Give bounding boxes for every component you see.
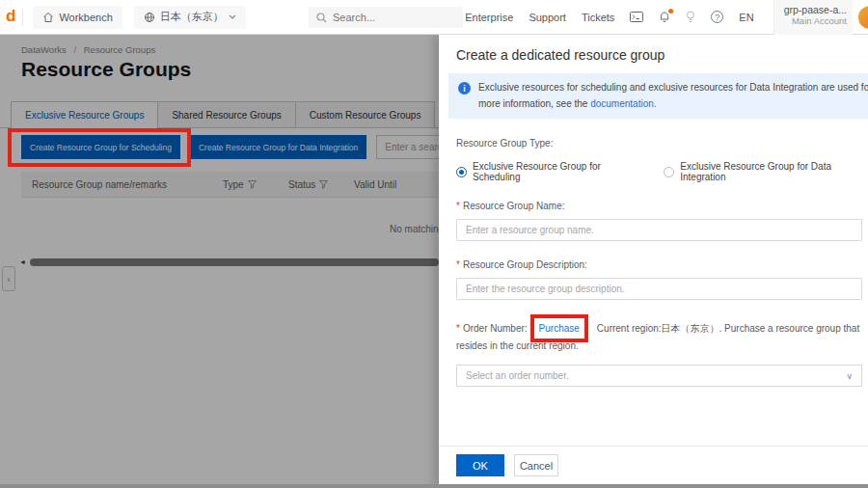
radio-selected-icon[interactable] xyxy=(456,167,467,177)
info-banner-text: Exclusive resources for scheduling and e… xyxy=(478,80,868,112)
topbar-divider xyxy=(22,9,23,26)
resource-group-type-options: Exclusive Resource Group for Scheduling … xyxy=(456,161,868,182)
cancel-button[interactable]: Cancel xyxy=(514,454,558,476)
drawer-title: Create a dedicated resource group xyxy=(456,47,868,63)
resource-group-description-label: *Resource Group Description: xyxy=(456,259,868,270)
notification-dot xyxy=(668,9,673,14)
info-banner-line2-text: more information, see the xyxy=(478,98,590,109)
resource-group-name-label: *Resource Group Name: xyxy=(456,201,868,211)
order-number-label-text: Order Number: xyxy=(463,323,528,334)
lightbulb-icon[interactable] xyxy=(686,11,695,23)
order-number-select-placeholder: Select an order number. xyxy=(466,370,569,381)
window-bottom-edge xyxy=(0,484,868,488)
home-icon xyxy=(42,12,54,23)
globe-icon xyxy=(144,12,155,23)
radio-option-data-integration[interactable]: Exclusive Resource Group for Data Integr… xyxy=(664,161,868,182)
workbench-label: Workbench xyxy=(59,12,112,23)
radio-option-scheduling[interactable]: Exclusive Resource Group for Scheduling xyxy=(456,161,640,182)
topbar: d Workbench 日本（东京） Expenses ICP Enterpri… xyxy=(0,0,868,35)
chevron-down-icon: ∨ xyxy=(846,371,853,381)
info-banner: i Exclusive resources for scheduling and… xyxy=(448,73,868,119)
region-label: 日本（东京） xyxy=(160,10,224,24)
search-icon xyxy=(316,13,327,23)
order-number-field-label: *Order Number:PurchaseCurrent region:日本（… xyxy=(456,320,865,355)
region-selector[interactable]: 日本（东京） xyxy=(134,6,246,29)
info-banner-line2: more information, see the documentation. xyxy=(478,96,868,113)
radio-label-scheduling: Exclusive Resource Group for Scheduling xyxy=(473,161,640,182)
resource-group-name-label-text: Resource Group Name: xyxy=(463,201,565,211)
nav-enterprise[interactable]: Enterprise xyxy=(465,12,513,23)
required-mark: * xyxy=(456,259,460,270)
info-icon: i xyxy=(458,82,471,95)
language-switcher[interactable]: EN xyxy=(739,12,753,23)
radio-label-data-integration: Exclusive Resource Group for Data Integr… xyxy=(680,161,868,182)
ok-button[interactable]: OK xyxy=(456,454,504,476)
nav-support[interactable]: Support xyxy=(529,12,566,23)
required-mark: * xyxy=(456,201,460,211)
resource-group-type-label: Resource Group Type: xyxy=(456,138,868,149)
resource-group-description-input[interactable] xyxy=(456,278,862,300)
alibaba-cloud-logo-fragment[interactable]: d xyxy=(4,7,22,28)
purchase-link[interactable]: Purchase xyxy=(539,323,580,334)
order-number-select[interactable]: Select an order number. ∨ xyxy=(456,365,862,387)
documentation-link[interactable]: documentation. xyxy=(590,98,656,109)
required-mark: * xyxy=(456,323,460,334)
modal-overlay-mask[interactable] xyxy=(0,35,439,488)
radio-unselected-icon[interactable] xyxy=(664,167,674,177)
avatar[interactable] xyxy=(858,6,868,29)
account-name: grp-paase-a... xyxy=(784,4,847,15)
chevron-down-icon xyxy=(229,14,236,19)
nav-tickets[interactable]: Tickets xyxy=(582,12,614,23)
global-search-input[interactable] xyxy=(333,12,455,23)
drawer-footer: OK Cancel xyxy=(439,446,868,484)
create-resource-group-drawer: Create a dedicated resource group i Excl… xyxy=(439,35,868,488)
account-type: Main Account xyxy=(784,15,847,26)
account-menu[interactable]: grp-paase-a... Main Account xyxy=(773,0,853,35)
resource-group-name-field: *Resource Group Name: xyxy=(456,201,868,241)
resource-group-name-input[interactable] xyxy=(456,219,862,241)
resource-group-description-field: *Resource Group Description: xyxy=(456,259,868,300)
workbench-button[interactable]: Workbench xyxy=(33,6,122,29)
global-search[interactable] xyxy=(309,7,463,28)
resource-group-description-label-text: Resource Group Description: xyxy=(463,259,587,270)
info-banner-line1: Exclusive resources for scheduling and e… xyxy=(478,80,868,96)
cloudshell-terminal-icon[interactable] xyxy=(630,12,643,22)
help-icon[interactable]: ? xyxy=(711,11,723,23)
notifications-bell-icon[interactable] xyxy=(659,11,670,23)
